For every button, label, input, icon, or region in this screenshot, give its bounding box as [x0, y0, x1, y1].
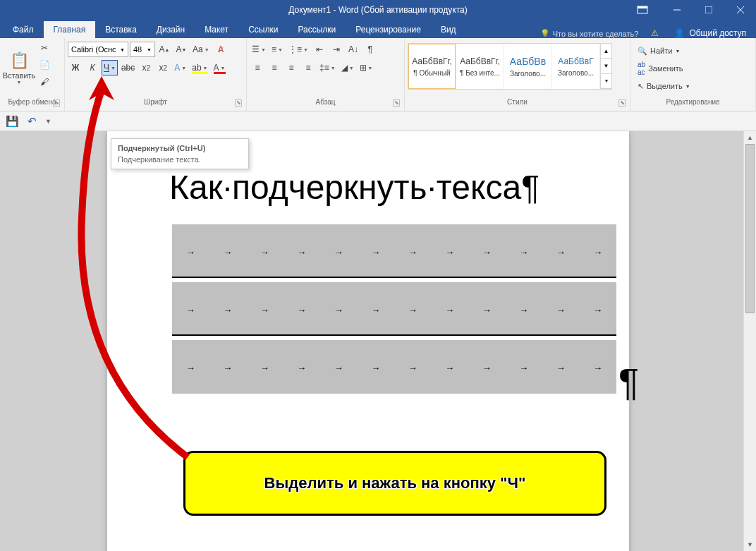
highlight-button[interactable]: ab▼	[190, 60, 209, 75]
tell-me-search[interactable]: 💡 Что вы хотите сделать?	[533, 29, 646, 38]
align-left-button[interactable]: ≡	[250, 60, 265, 75]
styles-more-icon[interactable]: ▾	[600, 74, 611, 89]
scroll-up-icon[interactable]: ▲	[744, 131, 756, 144]
ribbon-display-icon[interactable]	[635, 4, 650, 16]
multilevel-button[interactable]: ⋮≡▼	[286, 42, 310, 57]
line-spacing-button[interactable]: ‡≡▼	[317, 60, 338, 75]
font-color-button[interactable]: A▼	[212, 60, 228, 75]
table-row[interactable]: →→→→→→→→→→→→ ¶	[172, 340, 616, 394]
clipboard-dialog-icon[interactable]: ⬊	[53, 99, 60, 107]
tooltip-body: Подчеркивание текста.	[118, 155, 242, 164]
copy-button[interactable]: 📄	[37, 57, 52, 73]
justify-button[interactable]: ≡	[300, 60, 316, 75]
maximize-button[interactable]	[693, 0, 724, 20]
bullets-button[interactable]: ☰▼	[250, 42, 268, 57]
minimize-button[interactable]	[661, 0, 693, 20]
group-label-paragraph: Абзац⬊	[250, 98, 401, 111]
tab-insert[interactable]: Вставка	[95, 21, 147, 38]
strike-button[interactable]: abc	[119, 60, 137, 75]
table-row[interactable]: →→→→→→→→→→→→	[172, 282, 616, 336]
subscript-button[interactable]: x2	[138, 60, 154, 75]
save-button[interactable]: 💾	[6, 115, 19, 128]
share-label: Общий доступ	[689, 28, 746, 38]
bold-button[interactable]: Ж	[68, 60, 83, 75]
group-font: Calibri (Оснс▼ 48▼ A▲ A▼ Aa▼ A̷ Ж К Ч▼ a…	[65, 38, 247, 111]
qat-more-icon[interactable]: ▼	[45, 118, 51, 125]
find-button[interactable]: 🔍Найти▼	[638, 43, 690, 59]
grow-font-button[interactable]: A▲	[157, 42, 172, 57]
share-icon: 👤	[674, 28, 685, 38]
cut-button[interactable]: ✂	[37, 40, 52, 56]
change-case-button[interactable]: Aa▼	[190, 42, 212, 57]
tab-design[interactable]: Дизайн	[147, 21, 195, 38]
style-heading1[interactable]: АаБбВвЗаголово...	[504, 44, 552, 89]
tab-review[interactable]: Рецензирование	[346, 21, 431, 38]
undo-button[interactable]: ↶	[28, 115, 37, 128]
close-button[interactable]	[724, 0, 756, 20]
lightbulb-icon: 💡	[540, 29, 550, 38]
title-bar: Документ1 - Word (Сбой активации продукт…	[0, 0, 756, 20]
tab-mailings[interactable]: Рассылки	[288, 21, 346, 38]
text-effects-button[interactable]: A▼	[172, 60, 188, 75]
tab-home[interactable]: Главная	[44, 21, 96, 38]
italic-button[interactable]: К	[85, 60, 100, 75]
borders-button[interactable]: ⊞▼	[358, 60, 375, 75]
group-label-clipboard: Буфер обмена⬊	[3, 98, 61, 111]
replace-button[interactable]: abacЗаменить	[638, 61, 690, 76]
styles-gallery[interactable]: АаБбВвГг,¶ Обычный АаБбВвГг,¶ Без инте..…	[408, 43, 612, 90]
scroll-down-icon[interactable]: ▼	[744, 538, 756, 551]
font-size-combo[interactable]: 48▼	[130, 42, 155, 57]
quick-access-row: 💾 ↶ ▼	[0, 111, 756, 131]
document-heading[interactable]: Как·подчеркнуть·текса¶	[169, 168, 539, 207]
numbering-button[interactable]: ≡▼	[269, 42, 285, 57]
tab-file[interactable]: Файл	[3, 21, 44, 38]
vertical-scrollbar[interactable]: ▲ ▼	[743, 131, 756, 551]
replace-icon: abac	[638, 61, 645, 76]
style-heading2[interactable]: АаБбВвГЗаголово...	[552, 44, 600, 89]
scroll-thumb[interactable]	[745, 144, 755, 313]
styles-up-icon[interactable]: ▲	[600, 44, 611, 59]
clear-format-button[interactable]: A̷	[213, 42, 228, 57]
window-title: Документ1 - Word (Сбой активации продукт…	[288, 5, 467, 15]
document-table[interactable]: →→→→→→→→→→→→ →→→→→→→→→→→→ →→→→→→→→→→→→ ¶	[172, 224, 616, 398]
cursor-icon: ↖	[638, 82, 644, 91]
warning-icon[interactable]: ⚠	[651, 28, 659, 38]
tell-me-label: Что вы хотите сделать?	[553, 30, 639, 38]
tab-layout[interactable]: Макет	[195, 21, 238, 38]
styles-dialog-icon[interactable]: ⬊	[618, 99, 626, 107]
callout-text: Выделить и нажать на кнопку "Ч"	[264, 474, 526, 492]
font-name-combo[interactable]: Calibri (Оснс▼	[68, 42, 128, 57]
underline-tooltip: Подчеркнутый (Ctrl+U) Подчеркивание текс…	[111, 138, 249, 169]
style-no-spacing[interactable]: АаБбВвГг,¶ Без инте...	[456, 44, 504, 89]
tab-view[interactable]: Вид	[431, 21, 466, 38]
format-painter-button[interactable]: 🖌	[37, 74, 52, 90]
paragraph-dialog-icon[interactable]: ⬊	[393, 99, 400, 107]
show-marks-button[interactable]: ¶	[362, 42, 378, 57]
sort-button[interactable]: A↓	[346, 42, 361, 57]
decrease-indent-button[interactable]: ⇤	[312, 42, 327, 57]
group-label-font: Шрифт⬊	[68, 98, 243, 111]
group-clipboard: 📋 Вставить ▼ ✂ 📄 🖌 Буфер обмена⬊	[0, 38, 65, 111]
group-label-editing: Редактирование	[633, 98, 752, 111]
paste-button[interactable]: 📋 Вставить ▼	[3, 40, 35, 95]
shrink-font-button[interactable]: A▼	[173, 42, 189, 57]
font-dialog-icon[interactable]: ⬊	[235, 99, 242, 107]
tab-references[interactable]: Ссылки	[238, 21, 288, 38]
styles-down-icon[interactable]: ▼	[600, 59, 611, 73]
table-row[interactable]: →→→→→→→→→→→→	[172, 224, 616, 278]
align-center-button[interactable]: ≡	[267, 60, 282, 75]
clipboard-icon: 📋	[10, 52, 29, 70]
share-button[interactable]: 👤 Общий доступ	[664, 28, 756, 38]
ribbon: 📋 Вставить ▼ ✂ 📄 🖌 Буфер обмена⬊ Calibri…	[0, 38, 756, 111]
group-label-styles: Стили⬊	[408, 98, 627, 111]
underline-button[interactable]: Ч▼	[102, 60, 118, 75]
pilcrow-mark: ¶	[618, 360, 639, 404]
superscript-button[interactable]: x2	[155, 60, 171, 75]
tooltip-title: Подчеркнутый (Ctrl+U)	[118, 144, 242, 152]
increase-indent-button[interactable]: ⇥	[329, 42, 344, 57]
group-editing: 🔍Найти▼ abacЗаменить ↖Выделить▼ Редактир…	[630, 38, 756, 111]
select-button[interactable]: ↖Выделить▼	[638, 78, 690, 94]
shading-button[interactable]: ◢▼	[339, 60, 356, 75]
align-right-button[interactable]: ≡	[284, 60, 299, 75]
style-normal[interactable]: АаБбВвГг,¶ Обычный	[408, 44, 456, 89]
